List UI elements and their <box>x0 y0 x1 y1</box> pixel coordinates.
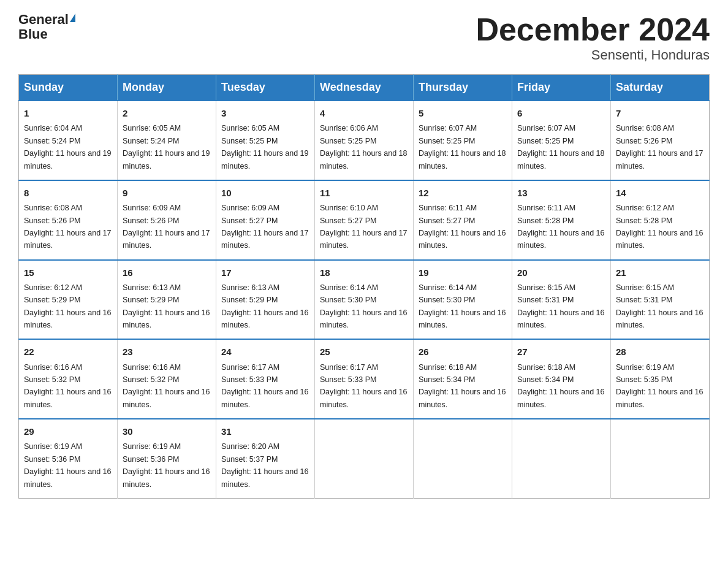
calendar-cell: 19Sunrise: 6:14 AMSunset: 5:30 PMDayligh… <box>414 260 512 340</box>
calendar-cell: 13Sunrise: 6:11 AMSunset: 5:28 PMDayligh… <box>512 180 611 260</box>
day-info: Sunrise: 6:19 AMSunset: 5:35 PMDaylight:… <box>616 363 703 409</box>
calendar-cell: 31Sunrise: 6:20 AMSunset: 5:37 PMDayligh… <box>216 419 315 498</box>
day-info: Sunrise: 6:13 AMSunset: 5:29 PMDaylight:… <box>221 283 308 329</box>
col-header-wednesday: Wednesday <box>315 75 414 101</box>
col-header-friday: Friday <box>512 75 611 101</box>
day-info: Sunrise: 6:09 AMSunset: 5:27 PMDaylight:… <box>221 204 308 250</box>
day-info: Sunrise: 6:20 AMSunset: 5:37 PMDaylight:… <box>221 442 308 488</box>
calendar-cell: 11Sunrise: 6:10 AMSunset: 5:27 PMDayligh… <box>315 180 414 260</box>
day-number: 6 <box>517 106 605 120</box>
col-header-thursday: Thursday <box>414 75 512 101</box>
day-info: Sunrise: 6:19 AMSunset: 5:36 PMDaylight:… <box>24 442 111 488</box>
col-header-monday: Monday <box>118 75 216 101</box>
calendar-week-3: 15Sunrise: 6:12 AMSunset: 5:29 PMDayligh… <box>19 260 710 340</box>
calendar-cell: 8Sunrise: 6:08 AMSunset: 5:26 PMDaylight… <box>19 180 118 260</box>
calendar-cell: 30Sunrise: 6:19 AMSunset: 5:36 PMDayligh… <box>118 419 216 498</box>
day-number: 1 <box>24 106 112 120</box>
calendar-cell: 18Sunrise: 6:14 AMSunset: 5:30 PMDayligh… <box>315 260 414 340</box>
day-number: 31 <box>221 424 309 439</box>
day-number: 19 <box>419 266 507 280</box>
logo-text-general: General <box>18 12 69 27</box>
calendar-cell: 14Sunrise: 6:12 AMSunset: 5:28 PMDayligh… <box>611 180 710 260</box>
day-number: 3 <box>221 106 309 120</box>
calendar-cell: 7Sunrise: 6:08 AMSunset: 5:26 PMDaylight… <box>611 101 710 180</box>
day-number: 28 <box>616 345 704 359</box>
col-header-tuesday: Tuesday <box>216 75 315 101</box>
day-info: Sunrise: 6:08 AMSunset: 5:26 PMDaylight:… <box>616 124 703 170</box>
calendar-subtitle: Sensenti, Honduras <box>476 47 710 63</box>
calendar-cell: 4Sunrise: 6:06 AMSunset: 5:25 PMDaylight… <box>315 101 414 180</box>
day-number: 16 <box>123 266 211 280</box>
calendar-cell: 16Sunrise: 6:13 AMSunset: 5:29 PMDayligh… <box>118 260 216 340</box>
calendar-cell: 27Sunrise: 6:18 AMSunset: 5:34 PMDayligh… <box>512 339 611 419</box>
day-number: 17 <box>221 266 309 280</box>
day-number: 2 <box>123 106 211 120</box>
day-info: Sunrise: 6:16 AMSunset: 5:32 PMDaylight:… <box>24 363 111 409</box>
day-info: Sunrise: 6:06 AMSunset: 5:25 PMDaylight:… <box>320 124 407 170</box>
calendar-cell: 2Sunrise: 6:05 AMSunset: 5:24 PMDaylight… <box>118 101 216 180</box>
day-info: Sunrise: 6:18 AMSunset: 5:34 PMDaylight:… <box>517 363 604 409</box>
calendar-cell <box>611 419 710 498</box>
day-info: Sunrise: 6:16 AMSunset: 5:32 PMDaylight:… <box>123 363 210 409</box>
calendar-cell: 21Sunrise: 6:15 AMSunset: 5:31 PMDayligh… <box>611 260 710 340</box>
calendar-cell <box>315 419 414 498</box>
calendar-title: December 2024 <box>476 12 710 47</box>
day-info: Sunrise: 6:18 AMSunset: 5:34 PMDaylight:… <box>419 363 506 409</box>
day-number: 9 <box>123 186 211 200</box>
day-info: Sunrise: 6:15 AMSunset: 5:31 PMDaylight:… <box>616 283 703 329</box>
day-number: 25 <box>320 345 408 359</box>
calendar-cell <box>414 419 512 498</box>
day-info: Sunrise: 6:05 AMSunset: 5:25 PMDaylight:… <box>221 124 308 170</box>
day-number: 8 <box>24 186 112 200</box>
day-info: Sunrise: 6:09 AMSunset: 5:26 PMDaylight:… <box>123 204 210 250</box>
logo-text-blue: Blue <box>18 27 48 42</box>
day-info: Sunrise: 6:04 AMSunset: 5:24 PMDaylight:… <box>24 124 111 170</box>
calendar-week-4: 22Sunrise: 6:16 AMSunset: 5:32 PMDayligh… <box>19 339 710 419</box>
day-number: 14 <box>616 186 704 200</box>
day-info: Sunrise: 6:11 AMSunset: 5:28 PMDaylight:… <box>517 204 604 250</box>
calendar-cell: 26Sunrise: 6:18 AMSunset: 5:34 PMDayligh… <box>414 339 512 419</box>
day-info: Sunrise: 6:05 AMSunset: 5:24 PMDaylight:… <box>123 124 210 170</box>
logo-triangle-icon <box>70 13 75 22</box>
day-info: Sunrise: 6:14 AMSunset: 5:30 PMDaylight:… <box>320 283 407 329</box>
calendar-cell: 12Sunrise: 6:11 AMSunset: 5:27 PMDayligh… <box>414 180 512 260</box>
day-info: Sunrise: 6:19 AMSunset: 5:36 PMDaylight:… <box>123 442 210 488</box>
calendar-cell <box>512 419 611 498</box>
day-number: 10 <box>221 186 309 200</box>
logo: General Blue <box>18 12 75 42</box>
calendar-cell: 23Sunrise: 6:16 AMSunset: 5:32 PMDayligh… <box>118 339 216 419</box>
day-number: 18 <box>320 266 408 280</box>
day-info: Sunrise: 6:17 AMSunset: 5:33 PMDaylight:… <box>221 363 308 409</box>
day-info: Sunrise: 6:12 AMSunset: 5:29 PMDaylight:… <box>24 283 111 329</box>
day-number: 21 <box>616 266 704 280</box>
day-number: 12 <box>419 186 507 200</box>
calendar-cell: 6Sunrise: 6:07 AMSunset: 5:25 PMDaylight… <box>512 101 611 180</box>
calendar-table: SundayMondayTuesdayWednesdayThursdayFrid… <box>18 74 710 499</box>
day-number: 13 <box>517 186 605 200</box>
calendar-cell: 17Sunrise: 6:13 AMSunset: 5:29 PMDayligh… <box>216 260 315 340</box>
day-number: 23 <box>123 345 211 359</box>
title-area: December 2024 Sensenti, Honduras <box>476 12 710 63</box>
col-header-saturday: Saturday <box>611 75 710 101</box>
calendar-week-5: 29Sunrise: 6:19 AMSunset: 5:36 PMDayligh… <box>19 419 710 498</box>
day-info: Sunrise: 6:15 AMSunset: 5:31 PMDaylight:… <box>517 283 604 329</box>
calendar-cell: 28Sunrise: 6:19 AMSunset: 5:35 PMDayligh… <box>611 339 710 419</box>
calendar-cell: 9Sunrise: 6:09 AMSunset: 5:26 PMDaylight… <box>118 180 216 260</box>
calendar-cell: 1Sunrise: 6:04 AMSunset: 5:24 PMDaylight… <box>19 101 118 180</box>
day-info: Sunrise: 6:12 AMSunset: 5:28 PMDaylight:… <box>616 204 703 250</box>
day-number: 20 <box>517 266 605 280</box>
calendar-cell: 20Sunrise: 6:15 AMSunset: 5:31 PMDayligh… <box>512 260 611 340</box>
day-number: 30 <box>123 424 211 439</box>
day-number: 5 <box>419 106 507 120</box>
day-number: 22 <box>24 345 112 359</box>
day-info: Sunrise: 6:08 AMSunset: 5:26 PMDaylight:… <box>24 204 111 250</box>
day-number: 7 <box>616 106 704 120</box>
calendar-cell: 10Sunrise: 6:09 AMSunset: 5:27 PMDayligh… <box>216 180 315 260</box>
day-info: Sunrise: 6:17 AMSunset: 5:33 PMDaylight:… <box>320 363 407 409</box>
day-info: Sunrise: 6:10 AMSunset: 5:27 PMDaylight:… <box>320 204 407 250</box>
calendar-week-2: 8Sunrise: 6:08 AMSunset: 5:26 PMDaylight… <box>19 180 710 260</box>
calendar-cell: 24Sunrise: 6:17 AMSunset: 5:33 PMDayligh… <box>216 339 315 419</box>
day-number: 24 <box>221 345 309 359</box>
day-number: 26 <box>419 345 507 359</box>
day-number: 27 <box>517 345 605 359</box>
